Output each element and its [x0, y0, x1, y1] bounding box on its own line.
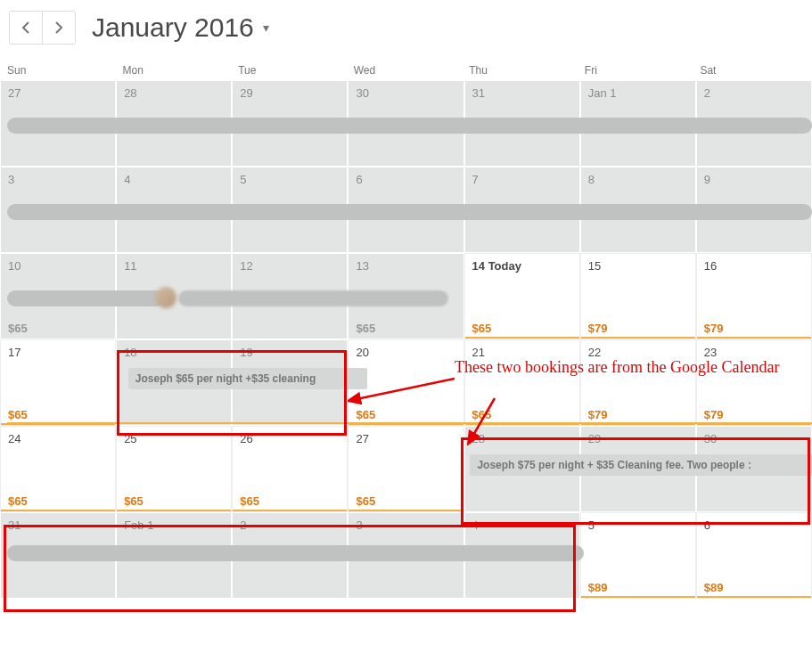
calendar-day-cell[interactable]: 23$79 — [696, 339, 812, 426]
calendar-day-cell[interactable]: 29 — [232, 80, 348, 167]
day-price: $65 — [240, 494, 259, 508]
day-number: 3 — [356, 518, 362, 532]
calendar-day-cell[interactable]: 11 — [116, 253, 232, 339]
day-of-week-label: Sun — [2, 61, 118, 80]
calendar-day-cell[interactable]: 16$79 — [696, 253, 812, 339]
day-number: 31 — [8, 518, 21, 532]
calendar-day-cell[interactable]: 22$79 — [580, 339, 696, 426]
availability-bar — [349, 423, 463, 425]
calendar-day-cell[interactable]: 14 Today$65 — [464, 253, 580, 339]
calendar-day-cell[interactable]: 17$65 — [0, 339, 116, 426]
calendar-day-cell[interactable]: 31 — [464, 80, 580, 167]
calendar-day-cell[interactable]: 9 — [696, 167, 812, 253]
day-number: 15 — [588, 259, 601, 273]
day-number: 4 — [472, 518, 479, 532]
day-number: 27 — [356, 432, 368, 445]
calendar-day-cell[interactable]: 18 — [116, 339, 232, 426]
day-price: $65 — [472, 408, 492, 421]
day-number: 18 — [124, 346, 136, 359]
day-number: 20 — [356, 346, 368, 359]
day-number: 29 — [240, 86, 252, 100]
day-of-week-label: Tue — [233, 61, 349, 80]
day-number: 26 — [240, 432, 252, 445]
calendar-day-cell[interactable]: 28 — [464, 426, 580, 512]
day-number: 3 — [8, 173, 14, 186]
calendar-day-cell[interactable]: Feb 1 — [116, 512, 232, 599]
day-number: 21 — [472, 346, 485, 359]
calendar-day-cell[interactable]: 6$89 — [696, 512, 812, 599]
calendar-day-cell[interactable]: 27$65 — [348, 426, 463, 512]
caret-down-icon: ▾ — [263, 20, 269, 35]
prev-month-button[interactable] — [10, 12, 42, 44]
availability-bar — [697, 337, 811, 339]
day-price: $65 — [356, 494, 375, 508]
calendar-day-cell[interactable]: 20$65 — [348, 339, 463, 426]
calendar-day-cell[interactable]: 4 — [116, 167, 232, 253]
calendar-day-cell[interactable]: 21$65 — [464, 339, 580, 426]
calendar-day-cell[interactable]: 29 — [580, 426, 696, 512]
day-of-week-label: Sat — [694, 61, 810, 80]
availability-bar — [581, 337, 695, 339]
calendar-day-cell[interactable]: 12 — [232, 253, 348, 339]
calendar-day-cell[interactable]: 30 — [696, 426, 812, 512]
day-of-week-label: Fri — [579, 61, 695, 80]
day-number: 4 — [124, 173, 130, 186]
day-number: 25 — [124, 432, 136, 445]
day-of-week-label: Wed — [349, 61, 464, 80]
day-of-week-label: Mon — [118, 61, 234, 80]
day-number: 28 — [472, 432, 485, 445]
next-month-button[interactable] — [42, 12, 75, 44]
day-number: 6 — [704, 518, 710, 532]
day-price: $79 — [588, 322, 608, 335]
calendar-grid: 2728293031Jan 12345678910$65111213$6514 … — [0, 80, 812, 599]
availability-bar — [697, 596, 811, 598]
day-number: 6 — [356, 173, 362, 186]
day-number: 2 — [240, 518, 246, 532]
calendar-day-cell[interactable]: 3 — [0, 167, 116, 253]
calendar-header: January 2016 ▾ — [0, 0, 812, 61]
day-number: 29 — [588, 432, 601, 445]
calendar-day-cell[interactable]: 5$89 — [580, 512, 696, 599]
calendar-day-cell[interactable]: 31 — [0, 512, 116, 599]
day-of-week-label: Thu — [463, 61, 579, 80]
day-number: 2 — [704, 86, 710, 100]
calendar-day-cell[interactable]: 8 — [580, 167, 696, 253]
month-picker[interactable]: January 2016 ▾ — [92, 12, 269, 43]
day-number: 5 — [588, 518, 595, 532]
day-price: $65 — [356, 408, 375, 421]
day-price: $79 — [704, 408, 724, 421]
day-price: $65 — [8, 494, 28, 508]
calendar-day-cell[interactable]: 30 — [348, 80, 463, 167]
calendar-day-cell[interactable]: 3 — [348, 512, 463, 599]
calendar-day-cell[interactable]: 24$65 — [0, 426, 116, 512]
calendar-day-cell[interactable]: 28 — [116, 80, 232, 167]
calendar-day-cell[interactable]: 4 — [464, 512, 580, 599]
day-number: 27 — [8, 86, 21, 100]
calendar-day-cell[interactable]: Jan 1 — [580, 80, 696, 167]
day-price: $65 — [472, 322, 492, 335]
calendar-day-cell[interactable]: 10$65 — [0, 253, 116, 339]
day-price: $79 — [704, 322, 724, 335]
calendar-app: January 2016 ▾ SunMonTueWedThuFriSat 272… — [0, 0, 812, 645]
calendar-day-cell[interactable]: 19 — [232, 339, 348, 426]
day-number: 11 — [124, 259, 136, 273]
availability-bar — [465, 423, 579, 425]
day-number: 19 — [240, 346, 252, 359]
day-number: 30 — [704, 432, 717, 445]
chevron-left-icon — [21, 21, 30, 34]
calendar-day-cell[interactable]: 7 — [464, 167, 580, 253]
calendar-day-cell[interactable]: 5 — [232, 167, 348, 253]
calendar-day-cell[interactable]: 26$65 — [232, 426, 348, 512]
availability-bar — [1, 423, 115, 425]
day-price: $89 — [588, 581, 608, 594]
month-nav — [9, 11, 76, 45]
calendar-day-cell[interactable]: 6 — [348, 167, 463, 253]
availability-bar — [581, 596, 695, 598]
calendar-day-cell[interactable]: 15$79 — [580, 253, 696, 339]
calendar-day-cell[interactable]: 2 — [232, 512, 348, 599]
calendar-day-cell[interactable]: 2 — [696, 80, 812, 167]
calendar-day-cell[interactable]: 13$65 — [348, 253, 463, 339]
calendar-day-cell[interactable]: 27 — [0, 80, 116, 167]
calendar-day-cell[interactable]: 25$65 — [116, 426, 232, 512]
day-number: Feb 1 — [124, 518, 153, 532]
